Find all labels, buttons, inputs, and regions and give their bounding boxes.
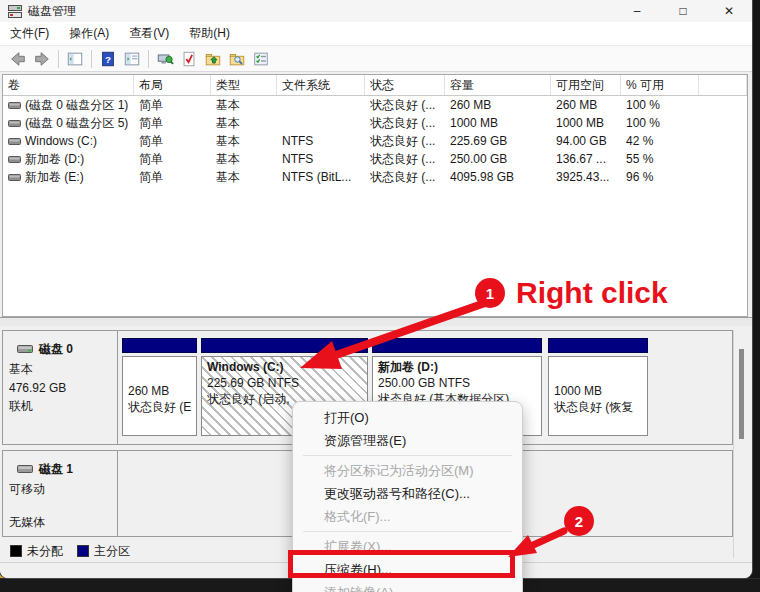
col-filesystem[interactable]: 文件系统 (277, 75, 365, 95)
col-free-space[interactable]: 可用空间 (551, 75, 621, 95)
volume-icon (8, 136, 21, 147)
menu-separator (303, 455, 512, 456)
legend-primary-label: 主分区 (94, 543, 130, 560)
console-tree-icon[interactable] (64, 49, 86, 69)
back-icon[interactable] (7, 49, 29, 69)
menu-separator (303, 531, 512, 532)
device-properties-icon[interactable] (154, 49, 176, 69)
toolbar-separator (58, 50, 59, 68)
menu-item-open[interactable]: 打开(O) (293, 406, 522, 429)
disk-pane-scrollbar[interactable] (733, 330, 749, 558)
folder-search-icon[interactable] (226, 49, 248, 69)
partition-efi[interactable]: 260 MB 状态良好 (E (122, 338, 197, 439)
partition-type-bar (372, 338, 542, 353)
disk0-status: 联机 (3, 395, 117, 415)
menu-help[interactable]: 帮助(H) (179, 22, 240, 45)
volume-icon (8, 100, 21, 111)
col-volume[interactable]: 卷 (3, 75, 134, 95)
disk0-info-panel[interactable]: 磁盘 0 基本 476.92 GB 联机 (3, 331, 118, 444)
volume-icon (8, 118, 21, 129)
menu-action[interactable]: 操作(A) (59, 22, 119, 45)
menu-bar: 文件(F) 操作(A) 查看(V) 帮助(H) (0, 22, 752, 46)
window-title: 磁盘管理 (28, 3, 76, 20)
maximize-button[interactable]: □ (660, 0, 706, 22)
checklist-icon[interactable] (250, 49, 272, 69)
col-pct-free[interactable]: % 可用 (621, 75, 699, 95)
toolbar-separator (148, 50, 149, 68)
volume-row[interactable]: (磁盘 0 磁盘分区 1) 简单 基本 状态良好 (... 260 MB 260… (3, 96, 747, 114)
toolbar: ? (0, 46, 752, 72)
disk1-info-panel[interactable]: 磁盘 1 可移动 无媒体 (3, 451, 118, 536)
volume-row-windows-c[interactable]: Windows (C:) 简单 基本 NTFS 状态良好 (... 225.69… (3, 132, 747, 150)
volume-icon (8, 172, 21, 183)
menu-item-explorer[interactable]: 资源管理器(E) (293, 429, 522, 452)
forward-icon[interactable] (31, 49, 53, 69)
menu-item-format: 格式化(F)... (293, 505, 522, 528)
disk1-kind: 可移动 (3, 478, 117, 498)
volume-table-header: 卷 布局 类型 文件系统 状态 容量 可用空间 % 可用 (3, 75, 747, 96)
menu-item-mark-active: 将分区标记为活动分区(M) (293, 459, 522, 482)
disk0-kind: 基本 (3, 358, 117, 378)
folder-up-icon[interactable] (202, 49, 224, 69)
col-status[interactable]: 状态 (365, 75, 445, 95)
minimize-button[interactable]: – (614, 0, 660, 22)
legend-unallocated-label: 未分配 (27, 543, 63, 560)
shrink-volume-highlight-box (288, 550, 515, 578)
partition-type-bar (201, 338, 368, 353)
screenshot-root: 磁盘管理 – □ ✕ 文件(F) 操作(A) 查看(V) 帮助(H) (0, 0, 760, 592)
disk-management-app-icon (8, 5, 22, 18)
title-bar: 磁盘管理 – □ ✕ (0, 0, 752, 22)
task-check-icon[interactable] (178, 49, 200, 69)
menu-item-add-mirror: 添加镜像(A)... (293, 581, 522, 592)
legend-unallocated-swatch (10, 545, 22, 557)
volume-row[interactable]: 新加卷 (D:) 简单 基本 NTFS 状态良好 (... 250.00 GB … (3, 150, 747, 168)
disk1-name: 磁盘 1 (39, 461, 73, 478)
action-pane-icon[interactable] (121, 49, 143, 69)
volume-row[interactable]: 新加卷 (E:) 简单 基本 NTFS (BitL... 状态良好 (... 4… (3, 168, 747, 186)
menu-file[interactable]: 文件(F) (0, 22, 59, 45)
disk-icon (17, 463, 33, 477)
menu-view[interactable]: 查看(V) (119, 22, 179, 45)
partition-recovery[interactable]: 1000 MB 状态良好 (恢复 (548, 338, 648, 439)
partition-type-bar (548, 338, 648, 353)
svg-text:?: ? (105, 53, 111, 64)
close-button[interactable]: ✕ (706, 0, 752, 22)
volume-icon (8, 154, 21, 165)
col-type[interactable]: 类型 (211, 75, 277, 95)
legend-primary-swatch (77, 545, 89, 557)
volume-row[interactable]: (磁盘 0 磁盘分区 5) 简单 基本 状态良好 (... 1000 MB 10… (3, 114, 747, 132)
volume-list-pane: 卷 布局 类型 文件系统 状态 容量 可用空间 % 可用 (磁盘 0 磁盘分区 … (2, 74, 748, 317)
disk0-name: 磁盘 0 (39, 341, 73, 358)
disk-icon (17, 343, 33, 357)
help-icon[interactable]: ? (97, 49, 119, 69)
col-empty (699, 75, 747, 95)
partition-type-bar (122, 338, 197, 353)
disk0-size: 476.92 GB (3, 378, 117, 395)
toolbar-separator (91, 50, 92, 68)
scrollbar-thumb[interactable] (739, 349, 744, 439)
menu-item-change-drive-letter[interactable]: 更改驱动器号和路径(C)... (293, 482, 522, 505)
col-layout[interactable]: 布局 (134, 75, 211, 95)
disk1-status: 无媒体 (3, 498, 117, 531)
col-capacity[interactable]: 容量 (445, 75, 551, 95)
